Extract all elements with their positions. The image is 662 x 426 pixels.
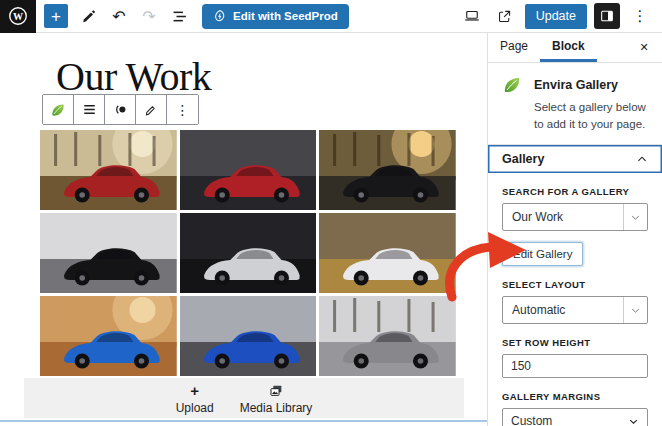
envira-leaf-icon xyxy=(502,75,522,95)
row-height-label: SET ROW HEIGHT xyxy=(502,337,648,348)
editor-main: Our Work xyxy=(0,33,662,426)
gallery-image-red-supercar-dark[interactable] xyxy=(180,130,317,210)
upload-button[interactable]: + Upload xyxy=(176,383,214,415)
gallery-image-white-supercar-autumn[interactable] xyxy=(319,213,456,293)
redo-button[interactable]: ↷ xyxy=(136,3,162,29)
close-icon: ✕ xyxy=(639,41,648,53)
view-page-button[interactable] xyxy=(492,3,518,29)
update-button[interactable]: Update xyxy=(525,4,587,29)
kebab-icon: ⋮ xyxy=(633,7,648,25)
media-library-button[interactable]: Media Library xyxy=(240,383,313,415)
justify-icon xyxy=(82,102,97,117)
chevron-down-icon xyxy=(628,416,639,426)
chevron-up-icon xyxy=(636,153,648,165)
chevron-down-icon xyxy=(623,297,647,323)
layout-value: Automatic xyxy=(503,303,623,317)
list-view-button[interactable] xyxy=(166,3,192,29)
gallery-search-value: Our Work xyxy=(503,210,623,224)
wordpress-icon: W xyxy=(7,5,29,27)
gallery-image-blue-coupe-storefront[interactable] xyxy=(180,296,317,376)
select-layout-label: SELECT LAYOUT xyxy=(502,279,648,290)
gallery-upload-area: + Upload Media Library xyxy=(24,378,464,418)
editor-topbar: W + ↶ ↷ xyxy=(0,0,662,33)
preview-device-button[interactable] xyxy=(459,3,485,29)
block-options-button[interactable]: ⋮ xyxy=(167,95,198,124)
topbar-left-tools: + ↶ ↷ Edit wit xyxy=(44,3,349,29)
tab-block[interactable]: Block xyxy=(540,33,597,62)
gallery-image-gray-sports-car-overcast[interactable] xyxy=(319,296,456,376)
svg-text:W: W xyxy=(13,11,23,22)
layout-combobox[interactable]: Automatic xyxy=(502,296,648,324)
plus-icon: + xyxy=(190,383,199,399)
block-toolbar: ⋮ xyxy=(42,94,199,125)
options-menu-button[interactable]: ⋮ xyxy=(627,3,653,29)
media-library-label: Media Library xyxy=(240,401,313,415)
seedprod-icon xyxy=(213,9,227,23)
align-button[interactable] xyxy=(74,95,105,124)
edit-mode-pencil-button[interactable] xyxy=(76,3,102,29)
editor-canvas: Our Work xyxy=(0,33,487,426)
gallery-image-white-car-dark-garage[interactable] xyxy=(180,213,317,293)
wordpress-logo-button[interactable]: W xyxy=(0,0,36,33)
gallery-search-combobox[interactable]: Our Work xyxy=(502,203,648,231)
gallery-margins-value: Custom xyxy=(511,414,552,426)
pencil-icon xyxy=(144,103,158,117)
redo-icon: ↷ xyxy=(142,7,155,26)
settings-sidebar: Page Block ✕ Envira Gallery Select a gal… xyxy=(487,33,662,426)
gallery-margins-select[interactable]: Custom xyxy=(502,408,648,426)
gallery-image-black-sedan-highway[interactable] xyxy=(40,213,177,293)
gallery-image-blue-muscle-car-desert[interactable] xyxy=(40,296,177,376)
edit-with-seedprod-button[interactable]: Edit with SeedProd xyxy=(202,4,349,29)
gallery-grid xyxy=(40,130,456,376)
gallery-panel-header[interactable]: Gallery xyxy=(488,144,662,173)
gallery-panel-body: SEARCH FOR A GALLERY Our Work Edit Galle… xyxy=(488,173,662,426)
envira-block-type-button[interactable] xyxy=(43,95,74,124)
add-block-button[interactable]: + xyxy=(44,4,68,28)
block-card-title: Envira Gallery xyxy=(534,78,648,92)
undo-icon: ↶ xyxy=(112,7,125,26)
gallery-image-black-muscle-car-sunset[interactable] xyxy=(319,130,456,210)
edit-block-pencil-button[interactable] xyxy=(136,95,167,124)
upload-label: Upload xyxy=(176,401,214,415)
gallery-margins-label: GALLERY MARGINS xyxy=(502,391,648,402)
kebab-icon: ⋮ xyxy=(176,102,190,118)
external-link-icon xyxy=(496,8,513,25)
settings-sidebar-toggle[interactable] xyxy=(594,3,620,29)
pencil-icon xyxy=(81,8,97,24)
media-library-icon xyxy=(268,383,284,399)
close-sidebar-button[interactable]: ✕ xyxy=(632,33,656,62)
block-info-card: Envira Gallery Select a gallery below to… xyxy=(488,63,662,144)
sidebar-tabs: Page Block ✕ xyxy=(488,33,662,63)
search-gallery-label: SEARCH FOR A GALLERY xyxy=(502,186,648,197)
envira-leaf-icon xyxy=(50,102,66,118)
gallery-image-red-coupe-autumn-forest[interactable] xyxy=(40,130,177,210)
plus-icon: + xyxy=(51,8,61,25)
tab-page[interactable]: Page xyxy=(488,33,540,62)
display-toggle-button[interactable] xyxy=(105,95,136,124)
wordpress-editor: W + ↶ ↷ xyxy=(0,0,662,426)
edit-gallery-button[interactable]: Edit Gallery xyxy=(502,242,583,266)
page-title[interactable]: Our Work xyxy=(56,53,211,100)
chevron-down-icon xyxy=(623,204,647,230)
block-selection-outline xyxy=(0,420,487,422)
row-height-input[interactable] xyxy=(502,354,648,378)
seedprod-button-label: Edit with SeedProd xyxy=(233,10,338,22)
dot-circle-icon xyxy=(113,102,128,117)
gallery-panel-title: Gallery xyxy=(502,152,544,166)
laptop-icon xyxy=(463,7,481,25)
topbar-right-tools: Update ⋮ xyxy=(459,3,662,29)
sidebar-panel-icon xyxy=(599,8,615,24)
block-card-description: Select a gallery below to add it to your… xyxy=(534,99,648,132)
undo-button[interactable]: ↶ xyxy=(106,3,132,29)
list-view-icon xyxy=(171,8,188,25)
